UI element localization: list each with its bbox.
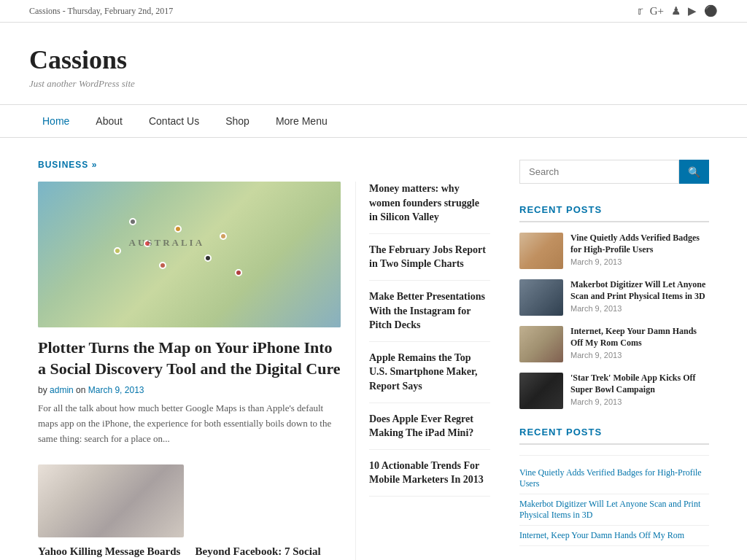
featured-excerpt: For all the talk about how much better G…: [38, 401, 341, 446]
side-article-link-5[interactable]: 10 Actionable Trends For Mobile Marketer…: [369, 460, 484, 486]
side-article-4: Does Apple Ever Regret Making The iPad M…: [369, 403, 490, 450]
two-col-title-2: Beyond Facebook: 7 Social Networks You S…: [196, 545, 341, 560]
nav-item-home[interactable]: Home: [29, 105, 82, 137]
youtube-icon[interactable]: ▶: [688, 4, 697, 18]
recent-post-info-3: 'Star Trek' Mobile App Kicks Off Super B…: [570, 373, 709, 406]
featured-image: AUSTRALIA: [38, 182, 341, 327]
list-item-link-2[interactable]: Internet, Keep Your Damn Hands Off My Ro…: [519, 530, 684, 540]
sidebar: 🔍 RECENT POSTS Vine Quietly Adds Verifie…: [519, 160, 709, 560]
person-image: [196, 464, 341, 537]
site-title: Cassions: [29, 44, 718, 75]
meta-on: on: [76, 385, 85, 395]
thumb-person-img: [519, 279, 563, 316]
map-pin: [159, 262, 166, 269]
list-item-link-1[interactable]: Makerbot Digitizer Will Let Anyone Scan …: [519, 499, 700, 520]
recent-post-date-1: March 9, 2013: [570, 304, 709, 313]
recent-post-info-2: Internet, Keep Your Damn Hands Off My Ro…: [570, 326, 709, 359]
recent-post-title-3: 'Star Trek' Mobile App Kicks Off Super B…: [570, 373, 709, 395]
recent-post-link-2[interactable]: Internet, Keep Your Damn Hands Off My Ro…: [570, 326, 697, 348]
side-article-link-4[interactable]: Does Apple Ever Regret Making The iPad M…: [369, 413, 473, 439]
list-item-link-0[interactable]: Vine Quietly Adds Verified Badges for Hi…: [519, 467, 702, 489]
instagram-icon[interactable]: ♟: [671, 4, 681, 18]
featured-title-link[interactable]: Plotter Turns the Map on Your iPhone Int…: [38, 338, 341, 378]
recent-post-thumb-1: [519, 279, 563, 316]
recent-post-3: 'Star Trek' Mobile App Kicks Off Super B…: [519, 373, 709, 409]
side-article-3: Apple Remains the Top U.S. Smartphone Ma…: [369, 342, 490, 403]
thumb-device-img: [519, 373, 563, 409]
search-button[interactable]: 🔍: [679, 160, 709, 184]
two-col-image-2: [196, 464, 341, 537]
side-article-link-0[interactable]: Money matters: why women founders strugg…: [369, 183, 479, 222]
nav-item-shop[interactable]: Shop: [212, 105, 263, 137]
map-pin: [129, 218, 136, 225]
two-col-title-link-1[interactable]: Yahoo Killing Message Boards Site and Ot…: [38, 545, 180, 560]
recent-posts-list-section: RECENT POSTS Vine Quietly Adds Verified …: [519, 427, 709, 546]
recent-posts-list: Vine Quietly Adds Verified Badges for Hi…: [519, 455, 709, 546]
recent-post-thumb-2: [519, 326, 563, 362]
twitter-icon[interactable]: 𝕣: [638, 4, 643, 18]
map-pin: [204, 254, 212, 262]
nav-item-contact[interactable]: Contact Us: [136, 105, 212, 137]
nav-item-more[interactable]: More Menu: [263, 105, 341, 137]
meta-by: by: [38, 385, 47, 395]
top-bar: Cassions - Thursday, February 2nd, 2017 …: [0, 0, 747, 23]
side-article-link-2[interactable]: Make Better Presentations With the Insta…: [369, 291, 485, 330]
recent-post-title-1: Makerbot Digitizer Will Let Anyone Scan …: [570, 279, 709, 302]
side-article-title-3: Apple Remains the Top U.S. Smartphone Ma…: [369, 351, 490, 394]
site-tagline: Just another WordPress site: [29, 78, 718, 90]
recent-post-title-0: Vine Quietly Adds Verified Badges for Hi…: [570, 233, 709, 255]
pinterest-icon[interactable]: ⚫: [704, 4, 718, 18]
site-header: Cassions Just another WordPress site: [0, 23, 747, 104]
nav-link-shop[interactable]: Shop: [212, 105, 263, 137]
nav-link-more[interactable]: More Menu: [263, 105, 341, 137]
meta-date-link[interactable]: March 9, 2013: [88, 385, 144, 395]
google-plus-icon[interactable]: G+: [650, 5, 664, 18]
nav-link-about[interactable]: About: [82, 105, 136, 137]
nav-link-contact[interactable]: Contact Us: [136, 105, 212, 137]
site-date: Cassions - Thursday, February 2nd, 2017: [29, 6, 173, 17]
side-article-link-1[interactable]: The February Jobs Report in Two Simple C…: [369, 244, 486, 270]
side-article-title-5: 10 Actionable Trends For Mobile Marketer…: [369, 459, 490, 487]
map-pin: [174, 225, 182, 233]
featured-col: AUSTRALIA Plotter Turns the Map on Your …: [38, 182, 341, 560]
article-meta: by admin on March 9, 2013: [38, 385, 341, 395]
section-heading: BUSINESS: [38, 160, 490, 170]
thumb-bread-img: [519, 233, 563, 269]
two-col-article-1: Yahoo Killing Message Boards Site and Ot…: [38, 464, 184, 560]
map-pin: [220, 233, 227, 240]
two-col-article-2: Beyond Facebook: 7 Social Networks You S…: [196, 464, 341, 560]
nav-link-home[interactable]: Home: [29, 105, 82, 137]
recent-post-date-3: March 9, 2013: [570, 397, 709, 406]
desk-image: [38, 464, 184, 537]
recent-post-link-3[interactable]: 'Star Trek' Mobile App Kicks Off Super B…: [570, 373, 695, 394]
social-icons: 𝕣 G+ ♟ ▶ ⚫: [638, 4, 718, 18]
search-input[interactable]: [519, 160, 679, 184]
side-articles-col: Money matters: why women founders strugg…: [355, 182, 490, 560]
map-pin: [114, 247, 121, 254]
recent-post-link-1[interactable]: Makerbot Digitizer Will Let Anyone Scan …: [570, 279, 705, 301]
side-article-1: The February Jobs Report in Two Simple C…: [369, 234, 490, 281]
side-articles-list: Money matters: why women founders strugg…: [369, 182, 490, 497]
content-grid: AUSTRALIA Plotter Turns the Map on Your …: [38, 182, 490, 560]
recent-post-0: Vine Quietly Adds Verified Badges for Hi…: [519, 233, 709, 269]
recent-posts-title: RECENT POSTS: [519, 204, 709, 222]
meta-author-link[interactable]: admin: [50, 385, 74, 395]
thumb-guy-img: [519, 326, 563, 362]
main-column: BUSINESS: [38, 160, 490, 560]
featured-article: AUSTRALIA Plotter Turns the Map on Your …: [38, 182, 341, 447]
nav-item-about[interactable]: About: [82, 105, 136, 137]
recent-post-info-0: Vine Quietly Adds Verified Badges for Hi…: [570, 233, 709, 266]
list-item-0: Vine Quietly Adds Verified Badges for Hi…: [519, 463, 709, 494]
two-col-articles: Yahoo Killing Message Boards Site and Ot…: [38, 464, 341, 560]
two-col-title-link-2[interactable]: Beyond Facebook: 7 Social Networks You S…: [196, 545, 326, 560]
side-article-title-1: The February Jobs Report in Two Simple C…: [369, 243, 490, 271]
two-col-title-1: Yahoo Killing Message Boards Site and Ot…: [38, 545, 184, 560]
main-nav: Home About Contact Us Shop More Menu: [0, 104, 747, 138]
side-article-title-2: Make Better Presentations With the Insta…: [369, 289, 490, 332]
side-article-title-0: Money matters: why women founders strugg…: [369, 182, 490, 225]
recent-post-thumb-3: [519, 373, 563, 409]
side-article-5: 10 Actionable Trends For Mobile Marketer…: [369, 450, 490, 497]
recent-post-link-0[interactable]: Vine Quietly Adds Verified Badges for Hi…: [570, 233, 700, 254]
two-col-image-1: [38, 464, 184, 537]
side-article-link-3[interactable]: Apple Remains the Top U.S. Smartphone Ma…: [369, 352, 477, 392]
